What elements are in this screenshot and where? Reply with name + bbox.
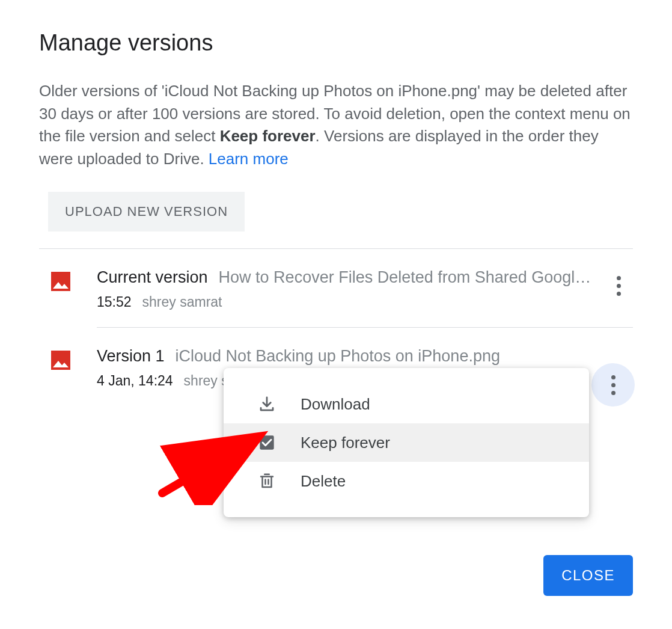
trash-icon xyxy=(257,471,276,491)
more-vertical-icon xyxy=(617,276,621,296)
description-bold: Keep forever xyxy=(220,127,316,145)
version-author: shrey samrat xyxy=(142,294,222,310)
more-vertical-icon xyxy=(611,375,615,395)
dialog-description: Older versions of 'iCloud Not Backing up… xyxy=(39,80,633,171)
manage-versions-dialog: Manage versions Older versions of 'iClou… xyxy=(0,0,672,629)
menu-label-download: Download xyxy=(301,395,370,414)
menu-item-download[interactable]: Download xyxy=(224,385,589,423)
checkbox-checked-icon xyxy=(257,433,276,452)
version-filename: iCloud Not Backing up Photos on iPhone.p… xyxy=(176,347,500,366)
download-icon xyxy=(257,394,276,414)
more-options-button[interactable] xyxy=(604,272,633,301)
version-item-current: Current version How to Recover Files Del… xyxy=(39,249,633,327)
version-time: 15:52 xyxy=(97,294,132,310)
learn-more-link[interactable]: Learn more xyxy=(209,150,289,168)
version-time: 4 Jan, 14:24 xyxy=(97,373,173,389)
context-menu: Download Keep forever Delete xyxy=(224,368,589,517)
more-options-button-active[interactable] xyxy=(591,363,635,407)
menu-item-keep-forever[interactable]: Keep forever xyxy=(224,423,589,462)
version-label: Version 1 xyxy=(97,347,165,366)
version-filename: How to Recover Files Deleted from Shared… xyxy=(219,268,598,287)
menu-label-keep-forever: Keep forever xyxy=(301,434,390,452)
dialog-title: Manage versions xyxy=(39,30,633,56)
upload-new-version-button[interactable]: UPLOAD NEW VERSION xyxy=(48,192,245,232)
image-file-icon xyxy=(51,272,70,291)
menu-label-delete: Delete xyxy=(301,472,346,491)
version-content: Current version How to Recover Files Del… xyxy=(97,268,598,310)
version-label: Current version xyxy=(97,268,208,287)
image-file-icon xyxy=(51,351,70,370)
menu-item-delete[interactable]: Delete xyxy=(224,462,589,500)
close-button[interactable]: CLOSE xyxy=(543,555,633,596)
